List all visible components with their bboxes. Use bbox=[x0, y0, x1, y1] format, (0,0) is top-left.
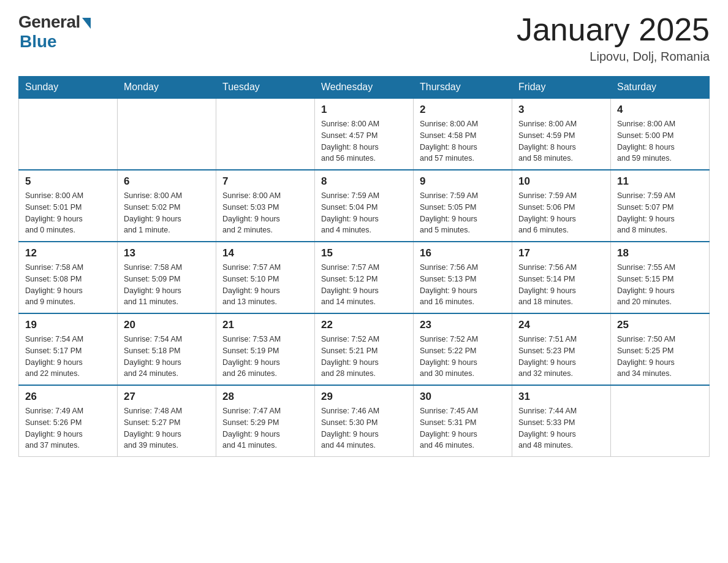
calendar-day-header: Saturday bbox=[611, 77, 710, 99]
calendar-day-cell: 22Sunrise: 7:52 AM Sunset: 5:21 PM Dayli… bbox=[315, 313, 414, 385]
day-info: Sunrise: 7:48 AM Sunset: 5:27 PM Dayligh… bbox=[124, 405, 210, 451]
calendar-day-cell: 27Sunrise: 7:48 AM Sunset: 5:27 PM Dayli… bbox=[118, 385, 216, 457]
day-info: Sunrise: 8:00 AM Sunset: 5:00 PM Dayligh… bbox=[617, 118, 703, 164]
day-number: 24 bbox=[518, 319, 604, 331]
day-number: 2 bbox=[420, 104, 506, 116]
calendar-day-cell: 10Sunrise: 7:59 AM Sunset: 5:06 PM Dayli… bbox=[512, 170, 611, 242]
calendar-day-cell: 4Sunrise: 8:00 AM Sunset: 5:00 PM Daylig… bbox=[611, 98, 710, 170]
day-number: 4 bbox=[617, 104, 703, 116]
day-info: Sunrise: 7:54 AM Sunset: 5:17 PM Dayligh… bbox=[25, 334, 111, 380]
calendar-day-cell: 31Sunrise: 7:44 AM Sunset: 5:33 PM Dayli… bbox=[512, 385, 611, 457]
day-info: Sunrise: 7:59 AM Sunset: 5:06 PM Dayligh… bbox=[518, 190, 604, 236]
day-number: 9 bbox=[420, 175, 506, 188]
day-info: Sunrise: 8:00 AM Sunset: 4:59 PM Dayligh… bbox=[518, 118, 604, 164]
day-number: 8 bbox=[321, 175, 407, 188]
day-number: 23 bbox=[420, 319, 506, 331]
day-info: Sunrise: 7:59 AM Sunset: 5:07 PM Dayligh… bbox=[617, 190, 703, 236]
day-number: 22 bbox=[321, 319, 407, 331]
calendar-day-cell: 14Sunrise: 7:57 AM Sunset: 5:10 PM Dayli… bbox=[216, 242, 315, 313]
calendar-week-row: 12Sunrise: 7:58 AM Sunset: 5:08 PM Dayli… bbox=[19, 242, 710, 313]
logo: General Blue bbox=[18, 12, 91, 52]
calendar-day-cell: 5Sunrise: 8:00 AM Sunset: 5:01 PM Daylig… bbox=[19, 170, 118, 242]
calendar-day-cell: 7Sunrise: 8:00 AM Sunset: 5:03 PM Daylig… bbox=[216, 170, 315, 242]
day-number: 6 bbox=[124, 175, 210, 188]
day-number: 1 bbox=[321, 104, 407, 116]
day-number: 28 bbox=[222, 391, 308, 403]
calendar-day-cell: 25Sunrise: 7:50 AM Sunset: 5:25 PM Dayli… bbox=[611, 313, 710, 385]
calendar-day-cell: 9Sunrise: 7:59 AM Sunset: 5:05 PM Daylig… bbox=[414, 170, 512, 242]
day-info: Sunrise: 8:00 AM Sunset: 4:58 PM Dayligh… bbox=[420, 118, 506, 164]
day-number: 5 bbox=[25, 175, 111, 188]
logo-arrow-icon bbox=[82, 18, 91, 29]
page-header: General Blue January 2025 Lipovu, Dolj, … bbox=[18, 12, 710, 64]
day-number: 10 bbox=[518, 175, 604, 188]
calendar-day-cell: 29Sunrise: 7:46 AM Sunset: 5:30 PM Dayli… bbox=[315, 385, 414, 457]
calendar-day-cell: 8Sunrise: 7:59 AM Sunset: 5:04 PM Daylig… bbox=[315, 170, 414, 242]
day-info: Sunrise: 7:56 AM Sunset: 5:14 PM Dayligh… bbox=[518, 262, 604, 308]
calendar-day-cell bbox=[216, 98, 315, 170]
day-info: Sunrise: 7:54 AM Sunset: 5:18 PM Dayligh… bbox=[124, 334, 210, 380]
calendar-day-header: Tuesday bbox=[216, 77, 315, 99]
calendar-day-header: Wednesday bbox=[315, 77, 414, 99]
day-info: Sunrise: 7:49 AM Sunset: 5:26 PM Dayligh… bbox=[25, 405, 111, 451]
calendar-day-cell: 1Sunrise: 8:00 AM Sunset: 4:57 PM Daylig… bbox=[315, 98, 414, 170]
day-info: Sunrise: 7:50 AM Sunset: 5:25 PM Dayligh… bbox=[617, 334, 703, 380]
day-number: 26 bbox=[25, 391, 111, 403]
day-number: 31 bbox=[518, 391, 604, 403]
location-text: Lipovu, Dolj, Romania bbox=[517, 50, 710, 64]
calendar-day-cell: 24Sunrise: 7:51 AM Sunset: 5:23 PM Dayli… bbox=[512, 313, 611, 385]
day-number: 27 bbox=[124, 391, 210, 403]
calendar-day-cell: 23Sunrise: 7:52 AM Sunset: 5:22 PM Dayli… bbox=[414, 313, 512, 385]
calendar-day-cell: 17Sunrise: 7:56 AM Sunset: 5:14 PM Dayli… bbox=[512, 242, 611, 313]
day-number: 16 bbox=[420, 247, 506, 259]
logo-blue-text: Blue bbox=[20, 32, 57, 52]
day-number: 18 bbox=[617, 247, 703, 259]
day-info: Sunrise: 7:45 AM Sunset: 5:31 PM Dayligh… bbox=[420, 405, 506, 451]
calendar-day-cell bbox=[611, 385, 710, 457]
day-number: 30 bbox=[420, 391, 506, 403]
day-info: Sunrise: 7:52 AM Sunset: 5:21 PM Dayligh… bbox=[321, 334, 407, 380]
calendar-day-cell: 28Sunrise: 7:47 AM Sunset: 5:29 PM Dayli… bbox=[216, 385, 315, 457]
calendar-week-row: 26Sunrise: 7:49 AM Sunset: 5:26 PM Dayli… bbox=[19, 385, 710, 457]
day-info: Sunrise: 7:52 AM Sunset: 5:22 PM Dayligh… bbox=[420, 334, 506, 380]
day-info: Sunrise: 7:47 AM Sunset: 5:29 PM Dayligh… bbox=[222, 405, 308, 451]
logo-general-text: General bbox=[18, 12, 80, 32]
calendar-day-header: Thursday bbox=[414, 77, 512, 99]
day-info: Sunrise: 7:55 AM Sunset: 5:15 PM Dayligh… bbox=[617, 262, 703, 308]
day-info: Sunrise: 7:46 AM Sunset: 5:30 PM Dayligh… bbox=[321, 405, 407, 451]
day-info: Sunrise: 7:44 AM Sunset: 5:33 PM Dayligh… bbox=[518, 405, 604, 451]
calendar-day-cell: 19Sunrise: 7:54 AM Sunset: 5:17 PM Dayli… bbox=[19, 313, 118, 385]
calendar-day-cell: 13Sunrise: 7:58 AM Sunset: 5:09 PM Dayli… bbox=[118, 242, 216, 313]
calendar-week-row: 1Sunrise: 8:00 AM Sunset: 4:57 PM Daylig… bbox=[19, 98, 710, 170]
calendar-day-cell: 21Sunrise: 7:53 AM Sunset: 5:19 PM Dayli… bbox=[216, 313, 315, 385]
day-number: 13 bbox=[124, 247, 210, 259]
day-number: 12 bbox=[25, 247, 111, 259]
calendar-week-row: 19Sunrise: 7:54 AM Sunset: 5:17 PM Dayli… bbox=[19, 313, 710, 385]
calendar-day-cell: 26Sunrise: 7:49 AM Sunset: 5:26 PM Dayli… bbox=[19, 385, 118, 457]
calendar-day-cell: 12Sunrise: 7:58 AM Sunset: 5:08 PM Dayli… bbox=[19, 242, 118, 313]
calendar-header-row: SundayMondayTuesdayWednesdayThursdayFrid… bbox=[19, 77, 710, 99]
calendar-day-cell: 6Sunrise: 8:00 AM Sunset: 5:02 PM Daylig… bbox=[118, 170, 216, 242]
day-info: Sunrise: 8:00 AM Sunset: 4:57 PM Dayligh… bbox=[321, 118, 407, 164]
calendar-day-cell: 16Sunrise: 7:56 AM Sunset: 5:13 PM Dayli… bbox=[414, 242, 512, 313]
day-number: 17 bbox=[518, 247, 604, 259]
day-info: Sunrise: 7:59 AM Sunset: 5:05 PM Dayligh… bbox=[420, 190, 506, 236]
day-number: 14 bbox=[222, 247, 308, 259]
day-number: 7 bbox=[222, 175, 308, 188]
day-number: 11 bbox=[617, 175, 703, 188]
day-number: 19 bbox=[25, 319, 111, 331]
calendar-day-header: Sunday bbox=[19, 77, 118, 99]
day-info: Sunrise: 7:58 AM Sunset: 5:09 PM Dayligh… bbox=[124, 262, 210, 308]
calendar-day-header: Friday bbox=[512, 77, 611, 99]
day-info: Sunrise: 7:57 AM Sunset: 5:12 PM Dayligh… bbox=[321, 262, 407, 308]
day-number: 25 bbox=[617, 319, 703, 331]
calendar-day-cell: 3Sunrise: 8:00 AM Sunset: 4:59 PM Daylig… bbox=[512, 98, 611, 170]
day-number: 20 bbox=[124, 319, 210, 331]
calendar-day-cell: 20Sunrise: 7:54 AM Sunset: 5:18 PM Dayli… bbox=[118, 313, 216, 385]
day-number: 21 bbox=[222, 319, 308, 331]
calendar-day-cell bbox=[118, 98, 216, 170]
day-info: Sunrise: 8:00 AM Sunset: 5:02 PM Dayligh… bbox=[124, 190, 210, 236]
calendar-day-cell: 18Sunrise: 7:55 AM Sunset: 5:15 PM Dayli… bbox=[611, 242, 710, 313]
calendar-day-cell: 11Sunrise: 7:59 AM Sunset: 5:07 PM Dayli… bbox=[611, 170, 710, 242]
day-info: Sunrise: 7:58 AM Sunset: 5:08 PM Dayligh… bbox=[25, 262, 111, 308]
